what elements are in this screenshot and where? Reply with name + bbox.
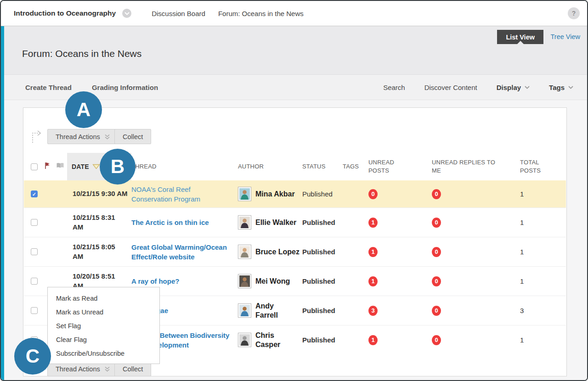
status-label: Published: [302, 336, 343, 344]
unread-posts-badge[interactable]: 1: [368, 276, 378, 286]
author-cell: Ellie Walker: [238, 215, 302, 230]
thread-actions-button-top[interactable]: Thread Actions: [47, 129, 119, 144]
unread-posts-cell: 3: [365, 306, 428, 316]
unread-posts-badge[interactable]: 3: [368, 306, 378, 316]
chevron-down-icon: [525, 86, 530, 89]
menu-item-mark-as-unread[interactable]: Mark as Unread: [48, 305, 159, 319]
author-name: Andy Farrell: [255, 302, 284, 320]
unread-replies-cell: 0: [428, 247, 515, 257]
table-row: 10/21/15 8:05 AMGreat Global Warming/Oce…: [24, 237, 566, 266]
author-cell: Mei Wong: [238, 274, 302, 288]
annotation-circle-b: B: [100, 149, 136, 185]
column-header-unread-replies[interactable]: UNREAD REPLIES TO ME: [428, 158, 515, 174]
author-cell: Mina Akbar: [238, 187, 302, 201]
unread-posts-badge[interactable]: 1: [368, 247, 378, 257]
thread-cell: NOAA's Coral Reef Conservation Program: [131, 185, 238, 204]
course-title[interactable]: Introduction to Oceanography: [14, 9, 116, 17]
thread-link[interactable]: A ray of hope?: [131, 277, 179, 285]
unread-posts-cell: 1: [365, 335, 428, 345]
thread-link[interactable]: The Arctic is on thin ice: [131, 219, 209, 226]
table-row: ✓10/21/15 9:30 AMNOAA's Coral Reef Conse…: [24, 180, 566, 207]
thread-date: 10/21/15 8:05 AM: [67, 242, 131, 261]
date-header-label: DATE: [72, 162, 89, 171]
page-title: Forum: Oceans in the News: [22, 48, 141, 59]
menu-item-clear-flag[interactable]: Clear Flag: [48, 333, 159, 347]
unread-posts-badge[interactable]: 0: [368, 189, 378, 199]
checkbox-cell: ✓: [24, 190, 44, 197]
annotation-circle-a: A: [65, 91, 102, 128]
author-cell: Andy Farrell: [238, 302, 302, 320]
select-all-checkbox[interactable]: [24, 163, 44, 170]
thread-link[interactable]: Great Global Warming/Ocean Effect/Role w…: [131, 243, 227, 261]
author-avatar: [238, 245, 251, 259]
unread-replies-badge[interactable]: 0: [432, 189, 441, 199]
column-header-status[interactable]: STATUS: [302, 162, 343, 171]
column-header-author[interactable]: AUTHOR: [238, 162, 302, 171]
total-posts-value: 1: [515, 190, 567, 198]
total-posts-value: 1: [515, 248, 567, 256]
flag-column-icon[interactable]: [44, 162, 56, 172]
collect-button-top[interactable]: Collect: [114, 129, 151, 144]
tab-tree-view[interactable]: Tree View: [551, 33, 580, 40]
checkbox-cell: [24, 248, 44, 255]
unread-posts-badge[interactable]: 1: [368, 335, 378, 345]
unread-replies-badge[interactable]: 0: [432, 247, 441, 257]
unread-replies-badge[interactable]: 0: [432, 276, 441, 286]
unread-replies-cell: 0: [428, 335, 515, 345]
status-label: Published: [302, 277, 343, 285]
unread-posts-cell: 1: [365, 247, 428, 257]
create-thread-button[interactable]: Create Thread: [25, 84, 72, 91]
collect-label: Collect: [123, 365, 143, 373]
total-posts-value: 1: [515, 219, 567, 226]
breadcrumb-forum: Forum: Oceans in the News: [218, 10, 304, 17]
display-dropdown[interactable]: Display: [497, 84, 530, 91]
menu-item-mark-as-read[interactable]: Mark as Read: [48, 291, 159, 305]
unread-replies-badge[interactable]: 0: [432, 335, 441, 345]
thread-checkbox[interactable]: ✓: [31, 190, 38, 197]
column-header-unread-posts[interactable]: UNREAD POSTS: [365, 158, 428, 174]
help-icon[interactable]: ?: [568, 7, 580, 19]
breadcrumb-discussion-board[interactable]: Discussion Board: [152, 10, 205, 17]
unread-replies-cell: 0: [428, 189, 515, 199]
total-posts-header-label: TOTAL POSTS: [520, 158, 544, 174]
author-name: Ellie Walker: [255, 218, 296, 227]
checkbox-cell: [24, 278, 44, 285]
search-button[interactable]: Search: [383, 84, 405, 91]
unread-replies-badge[interactable]: 0: [432, 306, 441, 316]
discover-content-button[interactable]: Discover Content: [424, 84, 477, 91]
course-menu-chevron-icon[interactable]: [122, 9, 131, 18]
thread-link[interactable]: NOAA's Coral Reef Conservation Program: [131, 185, 200, 203]
select-all-arrow-icon: [29, 127, 44, 146]
thread-actions-label: Thread Actions: [56, 365, 100, 373]
menu-item-subscribe-unsubscribe[interactable]: Subscribe/Unsubscribe: [48, 347, 159, 360]
column-header-tags[interactable]: TAGS: [343, 162, 365, 171]
column-header-thread[interactable]: THREAD: [131, 162, 238, 171]
tags-dropdown[interactable]: Tags: [549, 84, 573, 91]
status-label: Published: [302, 219, 343, 226]
display-dropdown-label: Display: [497, 84, 521, 91]
thread-checkbox[interactable]: [31, 278, 38, 285]
thread-checkbox[interactable]: [31, 307, 38, 314]
unread-replies-badge[interactable]: 0: [432, 218, 441, 228]
author-name: Chris Casper: [255, 331, 284, 349]
thread-actions-menu: Mark as Read Mark as Unread Set Flag Cle…: [47, 287, 160, 364]
column-header-total-posts[interactable]: TOTAL POSTS: [515, 158, 567, 174]
thread-checkbox[interactable]: [31, 219, 38, 226]
tab-list-view[interactable]: List View: [497, 30, 543, 44]
author-avatar: [238, 215, 251, 230]
grading-information-button[interactable]: Grading Information: [92, 84, 158, 91]
unread-posts-header-label: UNREAD POSTS: [368, 158, 399, 174]
total-posts-value: 1: [515, 277, 567, 285]
thread-cell: A ray of hope?: [131, 276, 238, 286]
unread-posts-cell: 1: [365, 218, 428, 228]
read-column-icon[interactable]: [56, 162, 67, 171]
status-label: Published: [302, 190, 343, 198]
thread-date: 10/21/15 8:31 AM: [67, 213, 131, 232]
unread-posts-cell: 1: [365, 276, 428, 286]
left-accent-bar: [1, 26, 4, 380]
app-window: Introduction to Oceanography Discussion …: [0, 0, 588, 381]
unread-posts-badge[interactable]: 1: [368, 218, 378, 228]
menu-item-set-flag[interactable]: Set Flag: [48, 319, 159, 333]
thread-checkbox[interactable]: [31, 248, 38, 255]
thread-date: 10/21/15 9:30 AM: [67, 189, 131, 198]
